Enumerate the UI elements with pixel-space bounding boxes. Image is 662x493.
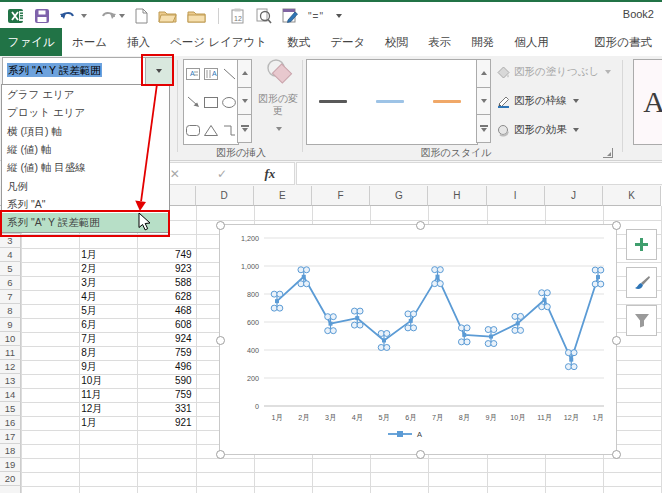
style-swatch-dark-line[interactable] (319, 100, 347, 103)
dropdown-item-3[interactable]: 縦 (値) 軸 (2, 140, 169, 158)
column-header-D[interactable]: D (196, 186, 254, 206)
dropdown-item-5[interactable]: 凡例 (2, 177, 169, 195)
column-header-I[interactable]: I (487, 186, 545, 206)
column-header-E[interactable]: E (254, 186, 312, 206)
ribbon-tab-1[interactable]: ホーム (62, 28, 117, 56)
equals-icon[interactable]: "=" (308, 7, 324, 25)
cell-month-row13[interactable]: 10月 (81, 374, 135, 388)
edit-form-button[interactable] (282, 7, 298, 25)
row-header-19[interactable]: 19 (0, 458, 21, 472)
styles-gallery-scrollbar[interactable] (476, 59, 491, 143)
paste-number-format-button[interactable]: 12 (231, 7, 246, 25)
save-button[interactable] (35, 7, 49, 25)
cell-month-row16[interactable]: 1月 (81, 416, 135, 430)
style-swatch-orange-line[interactable] (433, 100, 461, 103)
chart-selection-handle[interactable] (216, 450, 225, 459)
chart-selection-handle[interactable] (216, 221, 225, 230)
row-header-15[interactable]: 15 (0, 402, 21, 416)
chart-object[interactable]: 1,2001,00080060040020001月2月3月4月5月6月7月8月9… (219, 224, 617, 455)
row-header-16[interactable]: 16 (0, 416, 21, 430)
chart-selection-handle[interactable] (416, 450, 425, 459)
dropdown-item-7[interactable]: 系列 "A" Y 誤差範囲 (2, 213, 169, 231)
shape-effects-button[interactable]: 図形の効果 (497, 120, 579, 140)
cell-value-row8[interactable]: 468 (139, 304, 191, 318)
cell-month-row11[interactable]: 8月 (81, 346, 135, 360)
cell-value-row5[interactable]: 923 (139, 262, 191, 276)
cell-month-row12[interactable]: 9月 (81, 360, 135, 374)
cell-month-row10[interactable]: 7月 (81, 332, 135, 346)
cell-month-row8[interactable]: 5月 (81, 304, 135, 318)
line-shape-icon[interactable] (220, 60, 238, 88)
cell-month-row15[interactable]: 12月 (81, 402, 135, 416)
rounded-rectangle-shape-icon[interactable] (184, 117, 202, 144)
gallery-up-icon[interactable] (476, 59, 491, 88)
row-header-7[interactable]: 7 (0, 290, 21, 304)
chart-filters-button[interactable] (626, 305, 657, 336)
triangle-shape-icon[interactable] (202, 117, 220, 144)
gallery-more-icon[interactable] (237, 115, 252, 143)
chart-elements-dropdown-list[interactable]: グラフ エリアプロット エリア横 (項目) 軸縦 (値) 軸縦 (値) 軸 目盛… (1, 84, 170, 233)
cell-month-row9[interactable]: 6月 (81, 318, 135, 332)
ribbon-tab-0[interactable]: ファイル (0, 28, 62, 56)
cell-value-row12[interactable]: 496 (139, 360, 191, 374)
close-folder-button[interactable] (187, 7, 206, 25)
row-header-21[interactable] (0, 486, 21, 493)
ribbon-tab-7[interactable]: 表示 (418, 28, 461, 56)
textbox-icon[interactable]: A (184, 60, 202, 88)
dropdown-item-0[interactable]: グラフ エリア (2, 85, 169, 103)
column-header-F[interactable]: F (312, 186, 370, 206)
chart-selection-handle[interactable] (612, 450, 621, 459)
chart-canvas[interactable]: 1,2001,00080060040020001月2月3月4月5月6月7月8月9… (220, 225, 616, 454)
ribbon-tab-9[interactable]: 個人用 (504, 28, 559, 56)
row-header-3[interactable]: 3 (0, 234, 21, 248)
cell-value-row10[interactable]: 924 (139, 332, 191, 346)
cell-value-row6[interactable]: 588 (139, 276, 191, 290)
dropdown-item-6[interactable]: 系列 "A" (2, 195, 169, 213)
dropdown-item-2[interactable]: 横 (項目) 軸 (2, 122, 169, 140)
column-header-H[interactable]: H (428, 186, 486, 206)
cell-value-row7[interactable]: 628 (139, 290, 191, 304)
ribbon-tab-3[interactable]: ページ レイアウト (160, 28, 277, 56)
column-header-J[interactable]: J (545, 186, 603, 206)
enter-button[interactable]: ✓ (217, 167, 227, 181)
wordart-style-sample[interactable]: A (633, 59, 662, 145)
print-preview-button[interactable] (256, 7, 272, 25)
ribbon-tab-6[interactable]: 校閲 (375, 28, 418, 56)
ribbon-tab-5[interactable]: データ (320, 28, 375, 56)
row-header-14[interactable]: 14 (0, 388, 21, 402)
row-header-18[interactable]: 18 (0, 444, 21, 458)
dropdown-item-4[interactable]: 縦 (値) 軸 目盛線 (2, 158, 169, 176)
gallery-up-icon[interactable] (237, 59, 252, 88)
cell-month-row6[interactable]: 3月 (81, 276, 135, 290)
new-document-button[interactable] (135, 7, 148, 25)
row-header-4[interactable]: 4 (0, 248, 21, 262)
shape-styles-gallery[interactable] (306, 59, 478, 145)
chart-selection-handle[interactable] (416, 221, 425, 230)
cancel-button[interactable]: ✕ (170, 167, 180, 181)
row-header-6[interactable]: 6 (0, 276, 21, 290)
row-header-13[interactable]: 13 (0, 374, 21, 388)
cell-value-row4[interactable]: 749 (139, 248, 191, 262)
row-header-5[interactable]: 5 (0, 262, 21, 276)
chart-selection-handle[interactable] (612, 336, 621, 345)
cell-value-row16[interactable]: 921 (139, 416, 191, 430)
cell-month-row7[interactable]: 4月 (81, 290, 135, 304)
row-header-10[interactable]: 10 (0, 332, 21, 346)
qat-customize-caret-icon[interactable] (336, 14, 342, 18)
ribbon-tab-10[interactable]: 図形の書式 (584, 28, 662, 56)
chart-selection-handle[interactable] (216, 336, 225, 345)
row-header-11[interactable]: 11 (0, 346, 21, 360)
cell-value-row9[interactable]: 608 (139, 318, 191, 332)
shape-styles-dialog-launcher[interactable] (603, 148, 613, 158)
redo-button[interactable] (97, 7, 125, 25)
ribbon-tab-4[interactable]: 数式 (277, 28, 320, 56)
chart-elements-combo-dropdown-button[interactable] (145, 58, 172, 84)
cell-value-row15[interactable]: 331 (139, 402, 191, 416)
style-swatch-blue-line[interactable] (376, 100, 404, 103)
arrow-shape-icon[interactable] (184, 88, 202, 116)
row-header-8[interactable]: 8 (0, 304, 21, 318)
chart-selection-handle[interactable] (612, 221, 621, 230)
shape-fill-button[interactable]: 図形の塗りつぶし (497, 62, 611, 82)
cell-value-row11[interactable]: 759 (139, 346, 191, 360)
row-header-12[interactable]: 12 (0, 360, 21, 374)
